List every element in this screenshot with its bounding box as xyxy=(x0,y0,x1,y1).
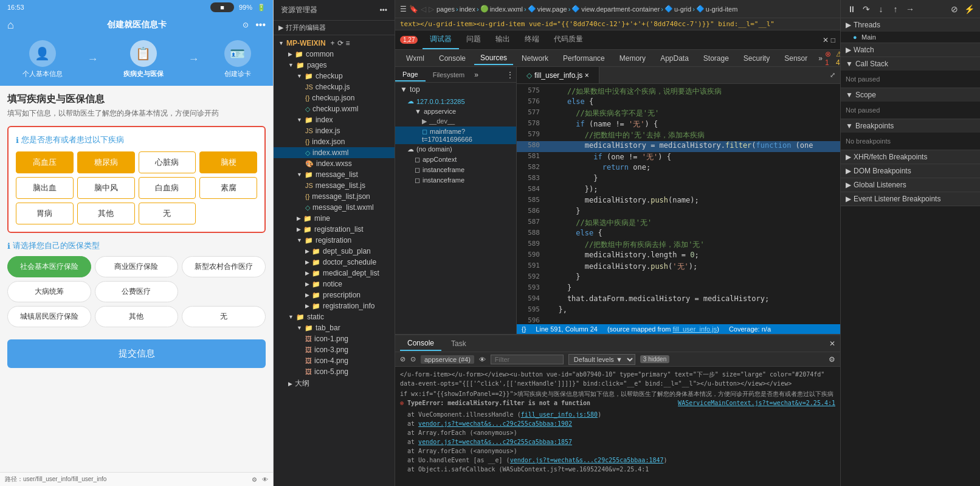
disease-tag-xinzangbing[interactable]: 心脏病 xyxy=(139,151,196,173)
insurance-qita2[interactable]: 其他 xyxy=(95,306,179,327)
tab-page[interactable]: Page xyxy=(395,68,426,82)
insurance-shehui[interactable]: 社会基本医疗保险 xyxy=(7,256,91,277)
top-label[interactable]: ▼ top xyxy=(395,83,516,96)
tab-filesystem[interactable]: Filesystem xyxy=(426,69,472,81)
outline-section[interactable]: ▶ 大纲 xyxy=(274,377,395,390)
err-link-4[interactable]: vendor.js?t=wechat&s...c29c255ca5bbaa:18… xyxy=(510,457,664,463)
tab-terminal[interactable]: 终端 xyxy=(517,30,547,49)
tab-output[interactable]: 输出 xyxy=(488,30,517,49)
main-thread[interactable]: ● Main xyxy=(841,32,980,43)
insurance-dabing[interactable]: 大病统筹 xyxy=(7,281,91,302)
watch-header[interactable]: ▶ Watch xyxy=(841,43,980,57)
nav-sources[interactable]: Sources xyxy=(474,52,513,65)
inspect-icon[interactable]: ⊙ xyxy=(410,355,416,363)
more-dots-icon[interactable]: ••• xyxy=(379,6,387,15)
insurance-nongcun[interactable]: 新型农村合作医疗 xyxy=(182,256,266,277)
nav-wxml[interactable]: Wxml xyxy=(400,52,430,64)
back-icon[interactable]: ◁ xyxy=(421,5,426,13)
xhr-header[interactable]: ▶ XHR/fetch Breakpoints xyxy=(841,150,980,164)
file-icon1[interactable]: 🖼 icon-1.png xyxy=(274,333,395,344)
add-icon[interactable]: + xyxy=(331,39,335,47)
level-select[interactable]: Default levels ▼ xyxy=(568,354,635,365)
folder-tabbar[interactable]: ▼ 📁 tab_bar xyxy=(274,322,395,333)
folder-open-icon[interactable]: ▶ xyxy=(278,24,283,32)
file-index-json[interactable]: {} index.json xyxy=(274,136,395,147)
folder-registration-list[interactable]: ▶ 📁 registration_list xyxy=(274,224,395,235)
nav-sensor[interactable]: Sensor xyxy=(778,52,813,64)
pause-exceptions-btn[interactable]: ⚡ xyxy=(963,3,975,15)
more-fs-icon[interactable]: ⋮ xyxy=(506,71,514,79)
context-selector[interactable]: appservice (#4) xyxy=(421,355,474,364)
insurance-wu2[interactable]: 无 xyxy=(182,306,266,327)
format-icon[interactable]: ⤢ xyxy=(830,71,835,79)
file-checkup-wxml[interactable]: ◇ checkup.wxml xyxy=(274,103,395,114)
err-link-1[interactable]: fill_user_info.js:580 xyxy=(521,411,598,418)
settings-console-icon[interactable]: ⚙ xyxy=(829,355,835,364)
more-tabs-icon[interactable]: » xyxy=(818,54,823,63)
file-checkup-js[interactable]: JS checkup.js xyxy=(274,82,395,92)
scope-header[interactable]: ▼ Scope xyxy=(841,88,980,102)
err-link-3[interactable]: vendor.js?t=wechat&s...c29c255ca5bbaa:18… xyxy=(418,439,572,445)
folder-common[interactable]: ▶ 📁 common xyxy=(274,49,395,60)
clear-console-icon[interactable]: ⊘ xyxy=(400,355,405,363)
disease-tag-naogeng[interactable]: 脑梗 xyxy=(199,151,257,173)
disease-tag-naochuxue[interactable]: 脑出血 xyxy=(16,177,74,199)
folder-mine[interactable]: ▶ 📁 mine xyxy=(274,213,395,224)
step-over-btn[interactable]: ↷ xyxy=(860,3,872,15)
disease-tag-weibing[interactable]: 胃病 xyxy=(16,203,74,224)
project-root[interactable]: ▼ MP-WEIXIN + ⟳ ≡ xyxy=(274,38,395,49)
file-icon3[interactable]: 🖼 icon-3.png xyxy=(274,344,395,355)
more-icon[interactable]: ••• xyxy=(255,19,266,30)
frame-appcontext[interactable]: ◻appContext xyxy=(395,154,516,165)
event-header[interactable]: ▶ Event Listener Breakpoints xyxy=(841,192,980,206)
eye-icon[interactable]: 👁 xyxy=(262,476,268,483)
settings-icon[interactable]: ⚙ xyxy=(252,476,257,483)
error-location[interactable]: WAServiceMainContext.js?t=wechat&v=2.25.… xyxy=(678,398,835,408)
pause-btn[interactable]: ⏸ xyxy=(846,3,858,15)
file-index-wxss[interactable]: 🎨 index.wxss xyxy=(274,158,395,169)
file-index-wxml[interactable]: ◇ index.wxml xyxy=(274,147,395,158)
err-link-2[interactable]: vendor.js?t=wechat&s...c29c255ca5bbaa:19… xyxy=(418,420,572,427)
nav-item-create[interactable]: 🪪 创建诊卡 xyxy=(224,40,251,78)
nav-performance[interactable]: Performance xyxy=(557,52,611,64)
folder-medical[interactable]: ▶ 📁 medical_dept_list xyxy=(274,268,395,279)
filter-input[interactable] xyxy=(491,355,564,364)
nav-appdata[interactable]: AppData xyxy=(654,52,695,64)
frame-nodomain[interactable]: ☁(no domain) xyxy=(395,144,516,154)
tab-issues[interactable]: 问题 xyxy=(459,30,488,49)
collapse-all-icon[interactable]: ≡ xyxy=(346,39,350,47)
disease-tag-naozhongfeng[interactable]: 脑中风 xyxy=(77,177,135,199)
global-header[interactable]: ▶ Global Listeners xyxy=(841,178,980,192)
close-console-icon[interactable]: ✕ xyxy=(829,339,835,348)
add-fs-icon[interactable]: » xyxy=(474,71,478,79)
folder-checkup[interactable]: ▼ 📁 checkup xyxy=(274,71,395,82)
disease-tag-sufu[interactable]: 素腐 xyxy=(199,177,257,199)
disease-tag-baixuebing[interactable]: 白血病 xyxy=(139,177,196,199)
folder-static[interactable]: ▼ 📁 static xyxy=(274,311,395,322)
dom-header[interactable]: ▶ DOM Breakpoints xyxy=(841,164,980,178)
file-checkup-json[interactable]: {} checkup.json xyxy=(274,92,395,103)
folder-dept[interactable]: ▶ 📁 dept_sub_plan xyxy=(274,246,395,257)
insurance-shangye[interactable]: 商业医疗保险 xyxy=(95,256,179,277)
folder-notice[interactable]: ▶ 📁 notice xyxy=(274,279,395,290)
frame-instance1[interactable]: ◻instanceframe xyxy=(395,165,516,175)
folder-doctor[interactable]: ▶ 📁 doctor_schedule xyxy=(274,257,395,268)
folder-reginfo[interactable]: ▶ 📁 registration_info xyxy=(274,300,395,311)
tab-codequality[interactable]: 代码质量 xyxy=(547,30,590,49)
disease-tag-qita[interactable]: 其他 xyxy=(77,203,135,224)
frame-127[interactable]: ☁ 127.0.0.1:23285 xyxy=(395,96,516,106)
tab-task[interactable]: Task xyxy=(444,337,474,350)
deactivate-btn[interactable]: ⊘ xyxy=(948,3,961,15)
maximize-icon[interactable]: □ xyxy=(831,36,835,44)
threads-header[interactable]: ▶ Threads xyxy=(841,18,980,32)
folder-message-list[interactable]: ▼ 📁 message_list xyxy=(274,169,395,180)
file-msglist-json[interactable]: {} message_list.json xyxy=(274,191,395,202)
menu-icon[interactable]: ☰ xyxy=(400,5,407,13)
file-icon5[interactable]: 🖼 icon-5.png xyxy=(274,366,395,377)
step-btn[interactable]: → xyxy=(904,3,916,15)
frame-mainframe[interactable]: ◻mainframe?t=170141696666 xyxy=(395,127,516,144)
frame-appservice[interactable]: ▼appservice xyxy=(395,106,516,116)
nav-console[interactable]: Console xyxy=(433,52,472,64)
folder-prescription[interactable]: ▶ 📁 prescription xyxy=(274,290,395,300)
eye-console-icon[interactable]: 👁 xyxy=(479,356,486,363)
